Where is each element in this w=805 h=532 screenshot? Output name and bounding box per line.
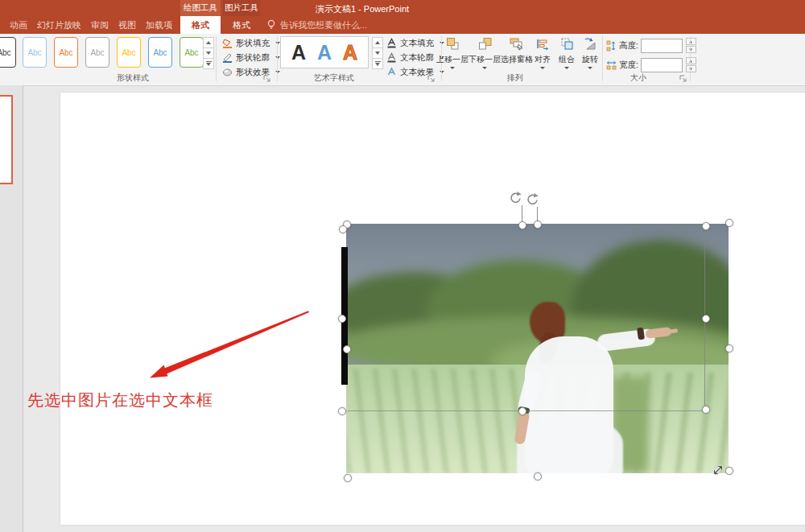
rotate-handle-textbox[interactable] xyxy=(508,191,522,205)
wordart-style-1[interactable]: A xyxy=(291,43,306,63)
textbox-handle-top-left[interactable] xyxy=(339,225,347,233)
gallery-scroll-down[interactable] xyxy=(203,47,214,59)
textbox-handle-mid-right[interactable] xyxy=(702,315,710,323)
shape-styles-dialog-launcher[interactable] xyxy=(262,74,270,82)
text-fill-label: 文本填充 xyxy=(400,38,434,49)
shape-outline-label: 形状轮廓 xyxy=(236,52,270,64)
selection-pane-button[interactable]: 选择窗格 xyxy=(501,35,533,65)
preset-label: Abc xyxy=(122,48,135,57)
send-backward-button[interactable]: 下移一层 xyxy=(469,35,501,69)
preset-label: Abc xyxy=(153,48,167,57)
bring-forward-button[interactable]: 上移一层 xyxy=(436,35,469,69)
bring-forward-icon xyxy=(446,37,460,51)
rotate-button[interactable]: 旋转 xyxy=(576,35,604,69)
textbox-handle-top-right[interactable] xyxy=(702,222,710,230)
send-backward-icon xyxy=(478,37,492,51)
picture-handle-bottom-right[interactable] xyxy=(725,467,733,475)
shape-style-preset[interactable]: Abc xyxy=(23,37,47,68)
tab-format-picture[interactable]: 格式 xyxy=(223,16,260,34)
picture-handle-bottom-mid[interactable] xyxy=(534,472,542,480)
tab-animation[interactable]: 动画 xyxy=(5,16,32,34)
group-label-shape-styles: 形状样式 xyxy=(97,72,169,84)
text-outline-icon xyxy=(386,52,397,63)
width-input[interactable] xyxy=(641,58,683,72)
picture-handle-top-right[interactable] xyxy=(725,219,733,227)
size-dialog-launcher[interactable] xyxy=(679,74,687,82)
lightbulb-icon xyxy=(266,19,276,31)
preset-label: Abc xyxy=(27,48,41,57)
picture-handle-bottom-left[interactable] xyxy=(344,474,352,482)
wordart-scroll-up[interactable] xyxy=(372,37,383,48)
powerpoint-window: 绘图工具 图片工具 演示文稿1 - PowerPoint 动画 幻灯片放映 审阅… xyxy=(0,0,805,532)
contextual-tab-drawing-tools[interactable]: 绘图工具 xyxy=(180,0,221,16)
resize-cursor-icon xyxy=(712,464,724,476)
rotate-label: 旋转 xyxy=(582,54,598,65)
annotation-arrow xyxy=(121,298,330,394)
wordart-style-2[interactable]: A xyxy=(317,43,332,63)
slide-thumbnail-selected[interactable] xyxy=(0,95,13,184)
send-backward-label: 下移一层 xyxy=(469,54,501,65)
rotate-stem-textbox xyxy=(522,205,522,222)
picture-handle-mid-left[interactable] xyxy=(343,345,351,353)
group-label-wordart: 艺术字样式 xyxy=(299,72,369,84)
contextual-tab-picture-tools[interactable]: 图片工具 xyxy=(223,0,260,16)
text-fill-icon xyxy=(386,38,397,48)
wordart-scroll-down[interactable] xyxy=(372,47,383,59)
tab-addins[interactable]: 加载项 xyxy=(141,16,177,34)
ribbon-tab-row: 动画 幻灯片放映 审阅 视图 加载项 xyxy=(5,16,177,34)
tell-me-box[interactable]: 告诉我您想要做什么... xyxy=(266,16,367,34)
width-field-row: 宽度: xyxy=(606,57,696,72)
preset-label: Abc xyxy=(0,48,11,57)
shape-style-preset[interactable]: Abc xyxy=(148,37,172,68)
tab-format-drawing-active[interactable]: 格式 xyxy=(180,16,221,34)
width-spinner[interactable] xyxy=(686,57,696,72)
width-label: 宽度: xyxy=(619,60,638,71)
shape-effects-icon xyxy=(222,67,233,77)
rotate-icon xyxy=(583,37,597,51)
wordart-more-button[interactable] xyxy=(372,58,383,69)
shape-style-preset[interactable]: Abc xyxy=(85,37,109,68)
align-button[interactable]: 对齐 xyxy=(530,35,555,69)
height-label: 高度: xyxy=(619,40,638,52)
group-label: 组合 xyxy=(559,54,575,65)
tab-slideshow[interactable]: 幻灯片放映 xyxy=(32,16,86,34)
textbox-handle-bottom-mid[interactable] xyxy=(518,407,526,415)
gallery-scroll-up[interactable] xyxy=(203,37,214,48)
align-label: 对齐 xyxy=(535,54,551,65)
gallery-more-button[interactable] xyxy=(203,58,214,69)
textbox-handle-top-mid[interactable] xyxy=(518,221,526,229)
picture-handle-top-mid[interactable] xyxy=(534,221,542,229)
wordart-style-3[interactable]: A xyxy=(343,43,357,63)
height-icon xyxy=(606,40,617,52)
shape-style-preset[interactable]: Abc xyxy=(117,37,141,68)
shape-effects-button[interactable]: 形状效果 xyxy=(222,65,280,79)
tab-review[interactable]: 审阅 xyxy=(86,16,114,34)
text-effects-icon xyxy=(386,67,397,77)
selection-pane-label: 选择窗格 xyxy=(501,54,533,65)
textbox-handle-bottom-right[interactable] xyxy=(702,406,710,414)
wordart-dialog-launcher[interactable] xyxy=(427,74,435,82)
group-label-size: 大小 xyxy=(616,72,661,84)
picture-handle-mid-right[interactable] xyxy=(725,344,733,353)
height-spinner[interactable] xyxy=(686,38,696,53)
paint-bucket-icon xyxy=(222,38,233,48)
slide-picture[interactable] xyxy=(346,224,729,473)
align-icon xyxy=(536,37,550,51)
text-outline-label: 文本轮廓 xyxy=(400,52,434,64)
textbox-handle-mid-left[interactable] xyxy=(338,315,346,323)
height-input[interactable] xyxy=(641,39,683,53)
width-icon xyxy=(606,60,617,71)
wordart-gallery[interactable]: A A A xyxy=(280,36,369,68)
tab-view[interactable]: 视图 xyxy=(114,16,141,34)
preset-label: Abc xyxy=(184,48,198,57)
textbox-handle-bottom-left[interactable] xyxy=(338,407,346,415)
shape-outline-button[interactable]: 形状轮廓 xyxy=(222,51,280,64)
group-objects-icon xyxy=(560,37,574,51)
rotate-handle-picture[interactable] xyxy=(525,192,539,207)
shape-style-preset[interactable]: Abc xyxy=(0,37,16,68)
shape-fill-label: 形状填充 xyxy=(236,38,270,49)
shape-fill-button[interactable]: 形状填充 xyxy=(222,36,280,50)
height-field-row: 高度: xyxy=(606,38,696,53)
shape-style-preset[interactable]: Abc xyxy=(54,37,78,68)
shape-style-preset[interactable]: Abc xyxy=(180,37,204,68)
